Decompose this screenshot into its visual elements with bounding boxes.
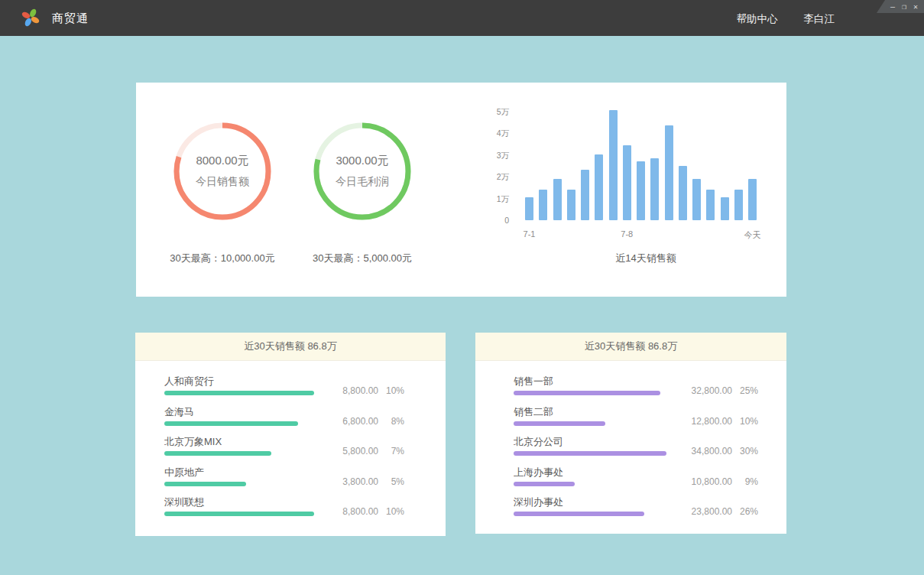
item-amount-and-percent: 10,800.009% bbox=[692, 476, 758, 487]
y-tick-label: 1万 bbox=[478, 194, 509, 205]
bar-day-10 bbox=[650, 158, 659, 220]
pinwheel-logo-icon bbox=[21, 8, 41, 28]
bar-day-5 bbox=[581, 170, 589, 220]
close-icon[interactable]: ✕ bbox=[913, 3, 918, 11]
item-name: 深圳办事处 bbox=[514, 495, 563, 509]
y-tick-label: 5万 bbox=[478, 107, 509, 118]
app-title: 商贸通 bbox=[52, 11, 89, 26]
item-amount-and-percent: 3,800.005% bbox=[342, 476, 404, 487]
bar-day-6 bbox=[595, 154, 603, 220]
item-name: 中原地产 bbox=[164, 466, 204, 479]
item-amount: 6,800.00 bbox=[342, 416, 378, 427]
item-amount: 23,800.00 bbox=[692, 506, 732, 517]
bar-day-2 bbox=[539, 190, 547, 220]
item-amount: 32,800.00 bbox=[692, 385, 732, 396]
bar-chart-title: 近14天销售额 bbox=[531, 252, 760, 265]
window-controls: — ❐ ✕ bbox=[877, 0, 924, 13]
bar-day-14 bbox=[706, 190, 715, 220]
item-progress-bar bbox=[514, 391, 660, 395]
x-tick-label: 今天 bbox=[726, 229, 780, 241]
item-percent: 10% bbox=[732, 416, 758, 427]
item-name: 北京万象MIX bbox=[164, 435, 222, 449]
item-name: 上海办事处 bbox=[514, 466, 563, 479]
bar-day-15 bbox=[721, 197, 729, 220]
bar-day-9 bbox=[637, 161, 645, 220]
customers-list: 人和商贸行8,800.0010%金海马6,800.008%北京万象MIX5,80… bbox=[164, 375, 404, 526]
item-amount: 34,800.00 bbox=[692, 446, 732, 456]
customers-sales-card: 近30天销售额 86.8万 人和商贸行8,800.0010%金海马6,800.0… bbox=[135, 333, 446, 536]
list-item: 深圳办事处23,800.0026% bbox=[514, 495, 758, 525]
item-amount: 8,800.00 bbox=[342, 385, 378, 396]
item-amount-and-percent: 34,800.0030% bbox=[692, 446, 758, 456]
bar-day-12 bbox=[679, 166, 687, 220]
departments-sales-card: 近30天销售额 86.8万 销售一部32,800.0025%销售二部12,800… bbox=[475, 333, 786, 534]
list-item: 销售二部12,800.0010% bbox=[514, 405, 758, 435]
list-item: 金海马6,800.008% bbox=[164, 405, 404, 435]
y-tick-label: 3万 bbox=[478, 151, 509, 161]
item-name: 深圳联想 bbox=[164, 495, 204, 509]
topbar-links: 帮助中心 李白江 bbox=[737, 12, 835, 26]
minimize-icon[interactable]: — bbox=[890, 3, 895, 11]
item-amount: 12,800.00 bbox=[692, 416, 732, 427]
item-progress-bar bbox=[514, 482, 575, 486]
item-percent: 9% bbox=[732, 476, 758, 487]
x-tick-label: 7-8 bbox=[600, 229, 653, 239]
item-percent: 8% bbox=[378, 416, 404, 427]
list-item: 北京分公司34,800.0030% bbox=[514, 435, 758, 465]
item-name: 人和商贸行 bbox=[164, 375, 214, 388]
today-sales-label: 今日销售额 bbox=[196, 175, 249, 189]
bar-day-13 bbox=[692, 179, 701, 220]
item-percent: 26% bbox=[732, 506, 758, 517]
item-progress-bar bbox=[164, 482, 246, 486]
item-amount-and-percent: 8,800.0010% bbox=[342, 506, 404, 517]
item-amount-and-percent: 8,800.0010% bbox=[342, 385, 404, 396]
sales-14d-bar-chart bbox=[525, 106, 757, 220]
today-sales-value: 8000.00元 bbox=[196, 154, 248, 168]
item-name: 金海马 bbox=[164, 405, 194, 419]
x-tick-label: 7-1 bbox=[503, 229, 556, 239]
item-amount: 3,800.00 bbox=[342, 476, 378, 487]
item-amount: 5,800.00 bbox=[342, 446, 378, 456]
item-progress-bar bbox=[514, 512, 644, 516]
bar-day-17 bbox=[748, 179, 757, 220]
today-overview-card: 8000.00元 今日销售额 30天最高：10,000.00元 3000.00元… bbox=[136, 83, 786, 297]
bar-day-7 bbox=[609, 110, 618, 220]
item-percent: 25% bbox=[732, 385, 758, 396]
profit-30d-max-caption: 30天最高：5,000.00元 bbox=[263, 252, 462, 265]
list-item: 销售一部32,800.0025% bbox=[514, 375, 758, 404]
item-amount: 8,800.00 bbox=[342, 506, 378, 517]
item-percent: 7% bbox=[378, 446, 404, 456]
item-name: 北京分公司 bbox=[514, 435, 563, 449]
item-name: 销售一部 bbox=[514, 375, 553, 388]
item-amount-and-percent: 32,800.0025% bbox=[692, 385, 758, 396]
bar-day-3 bbox=[553, 179, 562, 220]
bar-day-16 bbox=[734, 190, 743, 220]
help-center-link[interactable]: 帮助中心 bbox=[737, 12, 778, 26]
maximize-icon[interactable]: ❐ bbox=[902, 3, 906, 11]
item-progress-bar bbox=[164, 512, 314, 516]
customers-card-header: 近30天销售额 86.8万 bbox=[135, 333, 446, 361]
list-item: 上海办事处10,800.009% bbox=[514, 466, 758, 495]
item-amount-and-percent: 12,800.0010% bbox=[692, 416, 758, 427]
y-tick-label: 0 bbox=[478, 216, 509, 225]
item-amount-and-percent: 5,800.007% bbox=[342, 446, 404, 456]
item-name: 销售二部 bbox=[514, 405, 553, 419]
item-percent: 30% bbox=[732, 446, 758, 456]
item-amount: 10,800.00 bbox=[692, 476, 732, 487]
today-profit-label: 今日毛利润 bbox=[336, 175, 389, 189]
item-amount-and-percent: 6,800.008% bbox=[342, 416, 404, 427]
today-profit-value: 3000.00元 bbox=[336, 154, 388, 168]
departments-card-header: 近30天销售额 86.8万 bbox=[475, 333, 786, 361]
item-progress-bar bbox=[514, 451, 666, 456]
list-item: 北京万象MIX5,800.007% bbox=[164, 435, 404, 465]
user-name-link[interactable]: 李白江 bbox=[804, 12, 835, 26]
bar-day-1 bbox=[525, 197, 533, 220]
y-tick-label: 4万 bbox=[478, 128, 509, 139]
list-item: 人和商贸行8,800.0010% bbox=[164, 375, 404, 404]
list-item: 中原地产3,800.005% bbox=[164, 466, 404, 495]
title-bar: 商贸通 帮助中心 李白江 — ❐ ✕ bbox=[0, 0, 924, 36]
today-profit-donut: 3000.00元 今日毛利润 bbox=[311, 120, 413, 223]
item-progress-bar bbox=[514, 421, 605, 426]
item-percent: 5% bbox=[378, 476, 404, 487]
item-progress-bar bbox=[164, 391, 314, 395]
